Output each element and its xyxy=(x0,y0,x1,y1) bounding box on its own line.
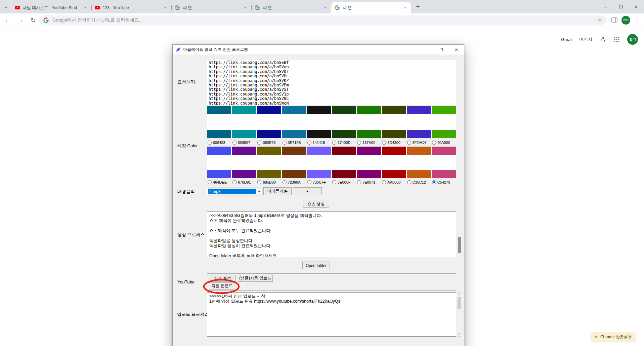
color-option-AA0000[interactable]: AA0000 xyxy=(381,180,406,184)
color-option-009597[interactable]: 009597 xyxy=(232,141,257,145)
bgm-combobox[interactable]: 2.mp3 xyxy=(207,188,262,195)
radio-icon[interactable] xyxy=(307,141,311,145)
new-tab-button[interactable]: + xyxy=(414,3,422,11)
app-titlebar[interactable]: 어필레이트 링크 쇼츠 전환 프로그램 – ✕ xyxy=(173,45,464,54)
gmail-link[interactable]: Gmail xyxy=(561,37,572,42)
tab-close-icon[interactable]: ✕ xyxy=(163,5,168,10)
radio-icon[interactable] xyxy=(332,141,336,145)
tab-close-icon[interactable]: ✕ xyxy=(402,5,408,10)
browser-window-controls: – ✕ xyxy=(598,0,644,13)
radio-icon[interactable] xyxy=(257,141,261,145)
color-option-0E719B[interactable]: 0E719B xyxy=(282,141,307,145)
browser-maximize-icon[interactable] xyxy=(613,0,629,13)
color-option-080E93[interactable]: 080E93 xyxy=(257,141,282,145)
combobox-arrow-icon[interactable] xyxy=(256,188,262,195)
color-option-3F2AC4[interactable]: 3F2AC4 xyxy=(406,141,431,145)
tab-search-chevron-icon[interactable]: ⌄ xyxy=(3,3,9,10)
scrollbar-thumb[interactable] xyxy=(458,297,461,309)
bookmark-star-icon[interactable]: ☆ xyxy=(598,17,602,23)
process-log-scrollbar[interactable] xyxy=(458,237,461,253)
radio-icon[interactable] xyxy=(208,141,212,145)
color-option-7E000F[interactable]: 7E000F xyxy=(332,180,356,184)
radio-icon[interactable] xyxy=(232,180,237,184)
labs-flask-icon[interactable] xyxy=(599,36,606,43)
tab[interactable]: 새 탭✕ xyxy=(331,2,411,13)
forward-icon[interactable]: → xyxy=(15,16,26,25)
browser-toolbar: ← → ↻ Google에서 검색하거나 URL을 입력하세요. ☆ 현석 ⋮ xyxy=(0,13,644,27)
app-minimize-icon[interactable]: – xyxy=(419,45,434,54)
radio-icon[interactable] xyxy=(307,180,311,184)
address-bar[interactable]: Google에서 검색하거나 URL을 입력하세요. ☆ xyxy=(39,15,607,25)
sample-auto-upload-button[interactable]: (샘플)자동 업로드 xyxy=(238,275,273,282)
browser-minimize-icon[interactable]: – xyxy=(598,0,613,13)
color-option-72360A[interactable]: 72360A xyxy=(282,180,307,184)
color-hex-label: 40A900 xyxy=(437,141,450,145)
apps-grid-icon[interactable] xyxy=(613,36,620,43)
side-panel-icon[interactable] xyxy=(611,17,617,24)
profile-avatar[interactable]: 현석 xyxy=(621,16,630,25)
radio-icon[interactable] xyxy=(357,141,361,145)
browser-menu-icon[interactable]: ⋮ xyxy=(635,17,640,23)
radio-icon[interactable] xyxy=(407,141,411,145)
coords-setting-button[interactable]: 좌표 설정 xyxy=(209,275,236,282)
radio-icon[interactable] xyxy=(382,141,386,145)
open-folder-button[interactable]: Open folder xyxy=(302,262,330,269)
preview-button[interactable]: 미리듣기 ▶ xyxy=(263,187,292,195)
color-option-685D00[interactable]: 685D00 xyxy=(257,180,282,184)
google-g-icon xyxy=(43,17,49,23)
app-maximize-icon[interactable] xyxy=(434,45,449,54)
request-url-textarea[interactable]: https://link.coupang.com/a/bnSEBf https:… xyxy=(207,60,456,105)
color-hex-label: 3F2AC4 xyxy=(413,141,426,145)
tab[interactable]: 새 탭✕ xyxy=(171,2,251,13)
radio-icon[interactable] xyxy=(432,180,436,184)
tab-title: 123 - YouTube xyxy=(103,5,160,10)
process-log-textarea[interactable]: >>>>006483 BG컬러와 1.mp3 BGM으로 영상을 제작합니다. … xyxy=(207,212,456,257)
stop-button[interactable]: ■ xyxy=(293,187,322,195)
tab-close-icon[interactable]: ✕ xyxy=(323,5,328,10)
scroll-up-icon[interactable]: ▲ xyxy=(457,293,461,296)
google-account-avatar[interactable]: 현석 xyxy=(627,34,638,45)
tab[interactable]: 123 - YouTube✕ xyxy=(91,2,171,13)
scroll-down-icon[interactable]: ▼ xyxy=(457,333,461,336)
app-close-icon[interactable]: ✕ xyxy=(449,45,464,54)
radio-icon[interactable] xyxy=(357,180,361,184)
customize-chrome-button[interactable]: ✎ Chrome 맞춤설정 xyxy=(591,332,636,342)
color-option-187A00[interactable]: 187A00 xyxy=(356,141,381,145)
tab-close-icon[interactable]: ✕ xyxy=(243,5,248,10)
color-option-3D4300[interactable]: 3D4300 xyxy=(381,141,406,145)
tab[interactable]: 새 탭✕ xyxy=(251,2,331,13)
color-option-464DEE[interactable]: 464DEE xyxy=(207,180,232,184)
app-window: 어필레이트 링크 쇼츠 전환 프로그램 – ✕ 요청 URL 배경 Color … xyxy=(172,44,464,346)
radio-icon[interactable] xyxy=(232,141,237,145)
color-option-C35C12[interactable]: C35C12 xyxy=(406,180,431,184)
create-shorts-button[interactable]: 쇼츠 생성 xyxy=(303,200,329,208)
tab[interactable]: 채널 대시보드 - YouTube Stud✕ xyxy=(11,2,91,13)
color-option-735CFF[interactable]: 735CFF xyxy=(307,180,332,184)
color-option-C54279[interactable]: C54279 xyxy=(431,180,456,184)
color-option-141415[interactable]: 141415 xyxy=(307,141,332,145)
color-swatch-670D91 xyxy=(232,170,256,178)
radio-icon[interactable] xyxy=(208,180,212,184)
radio-icon[interactable] xyxy=(332,180,336,184)
color-option-40A900[interactable]: 40A900 xyxy=(431,141,456,145)
reload-icon[interactable]: ↻ xyxy=(28,16,38,25)
color-option-006483[interactable]: 006483 xyxy=(207,141,232,145)
radio-icon[interactable] xyxy=(283,141,287,145)
radio-icon[interactable] xyxy=(407,180,411,184)
radio-icon[interactable] xyxy=(283,180,287,184)
tab-close-icon[interactable]: ✕ xyxy=(83,5,88,10)
color-swatch-006483 xyxy=(207,106,231,114)
color-swatch-080E93 xyxy=(257,130,281,138)
browser-close-icon[interactable]: ✕ xyxy=(629,0,644,13)
auto-upload-button[interactable]: 자동 업로드 xyxy=(209,282,235,290)
radio-icon[interactable] xyxy=(432,141,436,145)
color-option-670D91[interactable]: 670D91 xyxy=(232,180,257,184)
color-option-17400D[interactable]: 17400D xyxy=(332,141,356,145)
upload-log-textarea[interactable]: >>>>>1번째 영상 업로드 시작 1번째 영상 업로드 완료 https:/… xyxy=(207,292,456,337)
images-link[interactable]: 이미지 xyxy=(579,36,592,42)
radio-icon[interactable] xyxy=(257,180,261,184)
back-icon[interactable]: ← xyxy=(3,16,13,25)
color-option-7E0071[interactable]: 7E0071 xyxy=(356,180,381,184)
radio-icon[interactable] xyxy=(382,180,386,184)
upload-log-scrollbar[interactable]: ▲ ▼ xyxy=(457,292,461,337)
